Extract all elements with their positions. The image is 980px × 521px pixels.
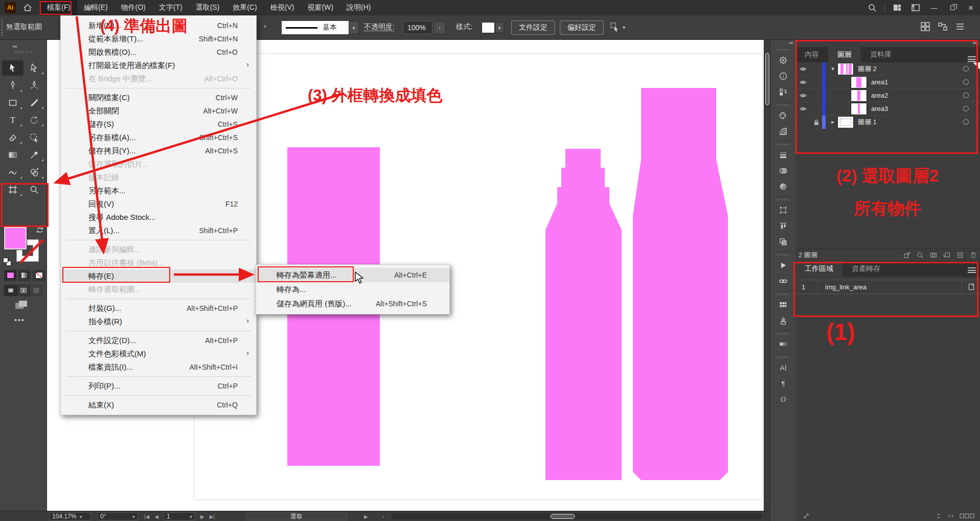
zoom-tool[interactable] [24, 182, 45, 197]
workspace-switcher-icon[interactable] [888, 0, 906, 15]
collapse-panels-icon[interactable]: »» [795, 40, 980, 47]
stroke-profile-select[interactable]: 基本 [282, 21, 349, 34]
layer-row[interactable]: ▸ 圖層 1 [795, 116, 980, 129]
delete-layer-icon[interactable] [967, 252, 980, 259]
style-swatch[interactable] [482, 22, 495, 33]
screen-mode-icon[interactable] [14, 300, 29, 313]
select-similar-icon[interactable]: ▾ [609, 21, 625, 33]
last-artboard-icon[interactable]: ▶| [210, 514, 215, 519]
panel-tab[interactable]: 內容 [795, 47, 828, 62]
layer-name[interactable]: area1 [871, 78, 963, 86]
menubar-item[interactable]: 檔案(F) [40, 0, 77, 15]
file-menu-item[interactable]: 封裝(G)... Alt+Shift+Ctrl+P [61, 302, 256, 315]
layer-row[interactable]: ▾ 圖層 2 [795, 62, 980, 76]
layer-name[interactable]: area2 [871, 92, 963, 99]
edit-toolbar-icon[interactable]: ••• [14, 316, 25, 324]
layer-thumbnail[interactable] [851, 103, 867, 115]
default-fill-stroke-icon[interactable] [3, 258, 11, 266]
direct-selection-tool[interactable] [24, 60, 45, 76]
opacity-input[interactable]: 100% [403, 21, 432, 34]
brushes-panel-icon[interactable] [770, 312, 795, 328]
artboards-panel-menu-icon[interactable] [968, 267, 976, 273]
status-flyout-icon[interactable]: ▶ [364, 512, 368, 520]
rotation-select[interactable]: 0° ▾ [97, 512, 138, 520]
layer-thumbnail[interactable] [838, 117, 853, 128]
panel-tab[interactable]: 工作區域 [795, 261, 842, 277]
file-menu-item[interactable]: 文件設定(D)... Alt+Ctrl+P [61, 334, 256, 347]
horizontal-scrollbar[interactable] [391, 513, 762, 519]
lasso-tool[interactable] [24, 130, 45, 145]
file-menu-item[interactable]: 列印(P)... Ctrl+P [61, 379, 256, 393]
file-menu-item[interactable]: 轉存選取範圍... [61, 283, 256, 296]
file-menu-item[interactable]: 打開最近使用過的檔案(F) › [61, 59, 256, 72]
export-submenu-item[interactable]: 儲存為網頁用 (舊版)... Alt+Shift+Ctrl+S [256, 297, 449, 311]
panel-tab[interactable]: 資產轉存 [842, 261, 890, 277]
file-menu-item[interactable]: 關閉檔案(C) Ctrl+W [61, 91, 256, 104]
file-menu-item[interactable]: 儲存選取的切片... [61, 157, 256, 171]
shape-builder-tool[interactable] [24, 165, 45, 180]
preferences-button[interactable]: 偏好設定 [560, 20, 604, 35]
layers-panel-menu-icon[interactable] [968, 56, 976, 62]
layer-target-circle[interactable] [963, 66, 969, 72]
character-panel-icon[interactable]: A [770, 359, 795, 375]
actions-panel-icon[interactable] [770, 84, 795, 100]
export-submenu-item[interactable]: 轉存為... [256, 282, 449, 297]
opacity-expand-icon[interactable]: › [434, 21, 446, 34]
file-menu-item[interactable]: 邀請參與編輯... [61, 243, 256, 256]
restore-button[interactable] [943, 0, 962, 15]
stroke-panel-icon[interactable] [770, 147, 795, 163]
file-menu-item[interactable]: 回復(V) F12 [61, 197, 256, 211]
file-menu-item[interactable]: 從範本新增(T)... Shift+Ctrl+N [61, 32, 256, 46]
file-menu-item[interactable]: 檔案資訊(I)... Alt+Shift+Ctrl+I [61, 360, 256, 374]
new-layer-icon[interactable] [953, 252, 967, 259]
menubar-item[interactable]: 效果(C) [226, 0, 263, 15]
file-menu-item[interactable]: 開啟舊檔(O)... Ctrl+O [61, 46, 256, 59]
eyedropper-tool[interactable] [24, 147, 45, 163]
fill-color-swatch[interactable] [4, 227, 27, 250]
layer-name[interactable]: area3 [871, 105, 963, 112]
file-menu-item[interactable]: 置入(L)... Shift+Ctrl+P [61, 224, 256, 237]
pen-tool[interactable] [2, 78, 24, 93]
status-collapse-icon[interactable]: ‹ [382, 512, 384, 520]
artboard-row[interactable]: 1 img_link_area [795, 280, 980, 294]
layer-target-circle[interactable] [963, 119, 969, 125]
dock-grip[interactable] [777, 104, 790, 106]
layer-target-circle[interactable] [963, 106, 969, 111]
stroke-profile-chevron-icon[interactable]: ▾ [349, 21, 359, 34]
first-artboard-icon[interactable]: |◀ [144, 514, 149, 519]
gradient-slider-panel-icon[interactable] [770, 336, 795, 352]
document-info-panel-icon[interactable]: i [770, 68, 795, 84]
dock-grip[interactable] [777, 144, 790, 145]
export-submenu-item[interactable]: 轉存為螢幕適用... Alt+Ctrl+E [256, 268, 449, 282]
style-chevron-icon[interactable]: ▾ [495, 22, 504, 33]
gradient-panel-icon[interactable] [770, 178, 795, 194]
layer-row[interactable]: area3 [795, 102, 980, 116]
gradient-tool[interactable] [2, 147, 24, 163]
layer-row[interactable]: area1 [795, 76, 980, 89]
prev-artboard-icon[interactable]: ◀ [154, 514, 158, 519]
search-icon[interactable] [863, 0, 881, 15]
close-button[interactable]: ✕ [962, 0, 980, 15]
diagonal-resize-icon[interactable] [803, 512, 810, 519]
layer-name[interactable]: 圖層 2 [858, 64, 963, 74]
vertical-scrollbar[interactable] [764, 40, 770, 511]
layer-thumbnail[interactable] [851, 90, 867, 101]
file-menu-item[interactable]: 另存新檔(A)... Shift+Ctrl+S [61, 131, 256, 144]
document-setup-button[interactable]: 文件設定 [511, 20, 555, 35]
visibility-eye-icon[interactable] [795, 79, 811, 86]
width-tool[interactable] [2, 165, 24, 180]
collapse-panel-icon[interactable]: «« [12, 43, 16, 49]
draw-normal-icon[interactable] [4, 285, 17, 296]
rectangle-tool[interactable] [2, 95, 24, 110]
file-menu-item[interactable]: 新增(N)... Ctrl+N [61, 19, 256, 32]
arrange-documents-icon[interactable] [906, 0, 925, 15]
paintbrush-tool[interactable] [24, 95, 45, 110]
make-clipping-mask-icon[interactable] [927, 252, 940, 259]
file-menu-item[interactable]: 文件色彩模式(M) › [61, 347, 256, 360]
file-menu-item[interactable]: 共用以供審核 (Beta)... [61, 256, 256, 269]
type-tool[interactable]: T [2, 112, 24, 128]
artboard-number-select[interactable]: 1 ▾ [164, 512, 195, 520]
menubar-item[interactable]: 編輯(E) [77, 0, 115, 15]
layer-row[interactable]: area2 [795, 89, 980, 102]
file-menu-item[interactable]: 結束(X) Ctrl+Q [61, 398, 256, 412]
